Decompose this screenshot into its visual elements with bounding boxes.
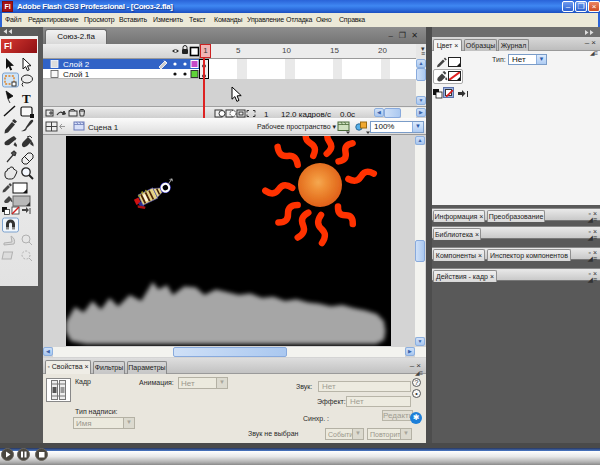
svg-text:T: T xyxy=(22,91,31,106)
svg-text:Сцена 1: Сцена 1 xyxy=(88,123,119,132)
svg-text:Рабочее пространство ▾: Рабочее пространство ▾ xyxy=(257,123,337,131)
